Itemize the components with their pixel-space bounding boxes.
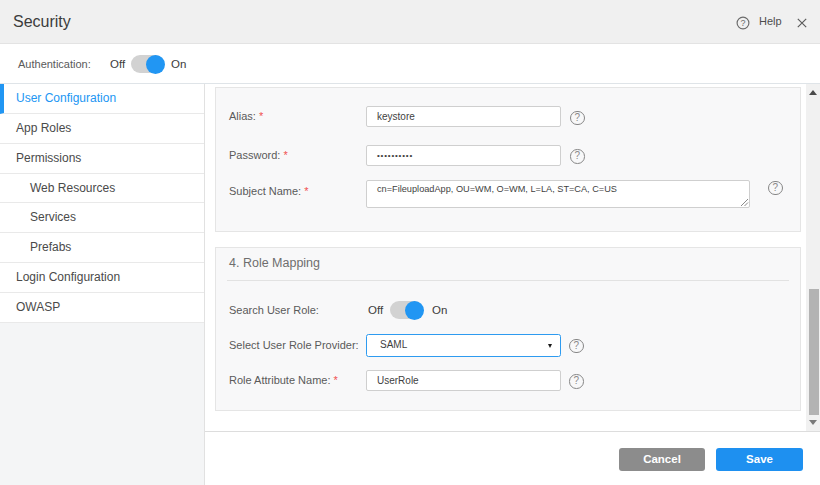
svg-text:?: ? — [740, 18, 745, 28]
